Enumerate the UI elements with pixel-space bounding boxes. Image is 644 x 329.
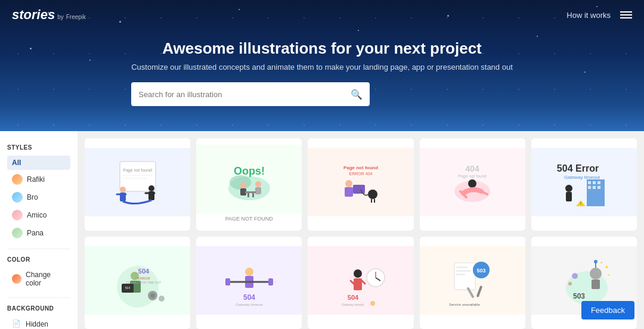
bro-avatar	[12, 192, 23, 203]
card-1-label	[85, 216, 190, 221]
card-7[interactable]: 504 Gateway timeout	[196, 237, 302, 329]
bg-hidden[interactable]: 📄 Hidden	[7, 316, 70, 329]
card-9-image: 503 Service unavailable	[420, 246, 525, 315]
svg-rect-27	[374, 199, 375, 203]
svg-line-66	[362, 281, 365, 284]
illus-504-gateway-1: 504 504 ERROR CONNECTION TIME OUT	[105, 251, 171, 311]
svg-rect-17	[247, 193, 249, 197]
change-color-label: Change color	[26, 271, 66, 287]
style-pana-label: Pana	[27, 229, 44, 237]
card-6-label	[85, 315, 190, 319]
change-color-button[interactable]: Change color	[7, 268, 70, 290]
svg-text:504: 504	[138, 268, 149, 275]
main-content: STYLES All Rafiki Bro Amico Pana COLOR C…	[0, 131, 644, 329]
svg-point-54	[150, 293, 155, 298]
style-rafiki[interactable]: Rafiki	[7, 171, 70, 188]
color-section-title: COLOR	[7, 256, 70, 263]
svg-point-55	[159, 296, 165, 302]
divider-1	[7, 249, 70, 249]
svg-rect-39	[593, 186, 596, 189]
color-circle-icon	[12, 274, 21, 284]
svg-rect-60	[268, 278, 273, 285]
illus-oops: Oops!	[216, 150, 282, 209]
svg-rect-23	[345, 187, 353, 197]
hero-title: Awesome illustrations for your next proj…	[131, 39, 513, 58]
card-3-label	[308, 216, 413, 221]
divider-2	[7, 297, 70, 298]
illus-504-timeout: 504 Gateway timeout	[328, 251, 394, 311]
svg-text:CONNECTION TIME OUT: CONNECTION TIME OUT	[126, 281, 161, 284]
card-1-image: Page not found!	[85, 148, 190, 216]
card-4-image: 404 Page not found	[420, 148, 525, 216]
svg-rect-75	[456, 270, 471, 272]
card-2[interactable]: Oops! PAGE NOT FOUND	[196, 138, 302, 231]
svg-point-22	[345, 180, 352, 187]
card-3[interactable]: Page not found ERROR 404	[308, 138, 413, 231]
card-1[interactable]: Page not found!	[85, 138, 190, 231]
logo-by: by	[57, 14, 64, 20]
sidebar: STYLES All Rafiki Bro Amico Pana COLOR C…	[0, 131, 78, 329]
card-8-image: 504 Gateway timeout	[308, 246, 413, 315]
card-9[interactable]: 503 Service unavailable	[420, 237, 525, 329]
card-6[interactable]: 504 504 ERROR CONNECTION TIME OUT	[85, 237, 190, 329]
illus-page-not-found-1: Page not found!	[105, 153, 171, 212]
header: stories by Freepik How it works Awesome …	[0, 0, 644, 131]
search-icon: 🔍	[351, 89, 363, 100]
illus-404-relax: 404 Page not found	[439, 153, 505, 212]
svg-text:404: 404	[466, 164, 480, 173]
hamburger-menu[interactable]	[620, 11, 632, 18]
svg-text:503: 503	[477, 268, 486, 274]
style-pana[interactable]: Pana	[7, 225, 70, 241]
card-5-label	[531, 216, 637, 221]
card-6-image: 504 504 ERROR CONNECTION TIME OUT	[85, 246, 190, 315]
style-bro[interactable]: Bro	[7, 189, 70, 206]
svg-text:Gateway timeout: Gateway timeout	[564, 175, 600, 180]
hero-content: Awesome illustrations for your next proj…	[131, 39, 513, 106]
nav-right: How it works	[566, 11, 632, 20]
bg-hidden-icon: 📄	[12, 319, 21, 329]
svg-text:Oops!: Oops!	[234, 165, 265, 177]
svg-rect-42	[566, 192, 572, 201]
card-2-label: PAGE NOT FOUND	[196, 213, 302, 224]
svg-rect-76	[456, 274, 465, 275]
svg-text:!: !	[580, 201, 581, 206]
svg-point-25	[368, 190, 377, 199]
svg-point-15	[255, 181, 261, 187]
svg-text:Gateway timeout: Gateway timeout	[342, 303, 364, 306]
svg-rect-40	[597, 186, 600, 189]
card-5[interactable]: 504 Error Gateway timeout !	[531, 138, 637, 231]
card-9-label	[420, 315, 525, 319]
card-4[interactable]: 404 Page not found	[420, 138, 525, 231]
svg-rect-26	[371, 199, 372, 203]
svg-point-87	[572, 273, 578, 279]
card-4-label	[420, 216, 525, 221]
svg-rect-24	[353, 185, 365, 194]
svg-point-86	[594, 260, 597, 263]
svg-point-56	[245, 268, 253, 276]
search-bar: 🔍	[131, 82, 370, 106]
card-8[interactable]: 504 Gateway timeout	[308, 237, 413, 329]
how-it-works-link[interactable]: How it works	[566, 11, 611, 20]
svg-text:504 Error: 504 Error	[557, 163, 599, 173]
svg-rect-35	[588, 181, 591, 184]
svg-rect-80	[476, 285, 483, 297]
svg-text:✦: ✦	[600, 261, 603, 265]
svg-text:ERROR 404: ERROR 404	[349, 172, 373, 176]
style-all[interactable]: All	[7, 156, 70, 170]
svg-text:Page not found: Page not found	[343, 165, 378, 170]
hero-subtitle: Customize our illustrated concepts and a…	[131, 63, 513, 72]
card-7-image: 504 Gateway timeout	[196, 246, 302, 315]
svg-rect-16	[255, 187, 261, 194]
svg-text:504: 504	[348, 294, 359, 301]
style-amico[interactable]: Amico	[7, 207, 70, 224]
card-3-image: Page not found ERROR 404	[308, 148, 413, 216]
card-8-label	[308, 315, 413, 319]
styles-section-title: STYLES	[7, 144, 70, 151]
style-all-label: All	[12, 159, 21, 167]
svg-line-65	[351, 281, 354, 284]
amico-avatar	[12, 210, 23, 221]
feedback-button[interactable]: Feedback	[581, 301, 634, 319]
svg-text:ERROR: ERROR	[137, 277, 150, 280]
search-input[interactable]	[138, 90, 351, 99]
svg-text:504: 504	[125, 286, 130, 290]
